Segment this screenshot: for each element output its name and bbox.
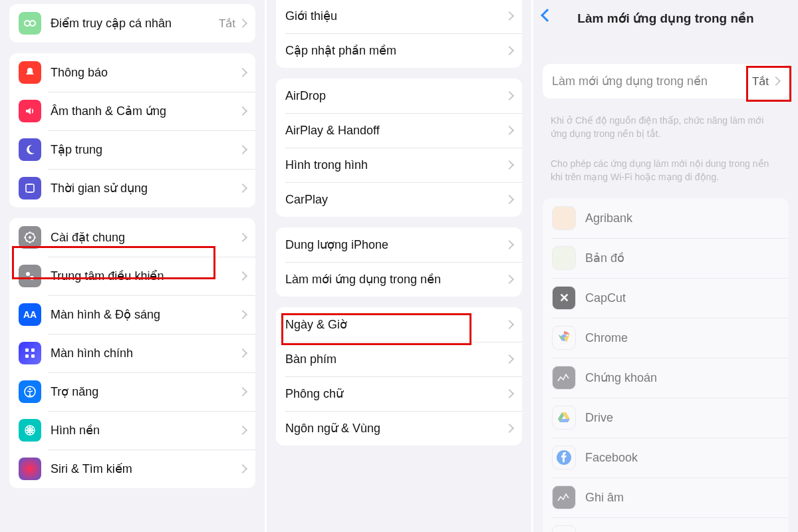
- app-label: Ghi âm: [585, 491, 779, 505]
- row-iphone-storage[interactable]: Dung lượng iPhone: [276, 227, 522, 262]
- row-fonts[interactable]: Phông chữ: [276, 376, 522, 411]
- keyboard-label: Bàn phím: [285, 352, 506, 366]
- row-keyboard[interactable]: Bàn phím: [276, 342, 522, 376]
- display-label: Màn hình & Độ sáng: [51, 307, 239, 322]
- app-label: CapCut: [585, 291, 779, 305]
- wallpaper-label: Hình nền: [51, 423, 239, 438]
- chevron-right-icon: [505, 126, 514, 135]
- row-general[interactable]: Cài đặt chung: [9, 218, 255, 257]
- chevron-right-icon: [505, 354, 514, 364]
- background-refresh-label: Làm mới ứng dụng trong nền: [285, 272, 506, 287]
- chevron-right-icon: [238, 233, 247, 242]
- row-background-refresh[interactable]: Làm mới ứng dụng trong nền: [276, 262, 522, 297]
- row-carplay[interactable]: CarPlay: [276, 182, 522, 217]
- app-icon: [552, 246, 576, 270]
- row-display[interactable]: AA Màn hình & Độ sáng: [9, 295, 255, 334]
- row-bg-refresh-toggle[interactable]: Làm mới ứng dụng trong nền Tắt: [543, 64, 789, 98]
- chevron-right-icon: [505, 240, 514, 249]
- language-label: Ngôn ngữ & Vùng: [285, 421, 506, 436]
- bg-refresh-toggle-label: Làm mới ứng dụng trong nền: [552, 74, 752, 88]
- chevron-right-icon: [238, 426, 247, 435]
- row-focus[interactable]: Tập trung: [9, 130, 255, 169]
- svg-rect-10: [31, 354, 35, 358]
- row-software-update[interactable]: Cập nhật phần mềm: [276, 33, 522, 68]
- row-airplay[interactable]: AirPlay & Handoff: [276, 113, 522, 148]
- chevron-right-icon: [238, 68, 247, 77]
- notifications-label: Thông báo: [51, 66, 239, 80]
- app-icon: [552, 366, 576, 390]
- chevron-right-icon: [505, 11, 514, 21]
- svg-point-1: [30, 21, 35, 26]
- app-row[interactable]: Ghi chú: [543, 517, 789, 532]
- app-row[interactable]: Chứng khoán: [543, 358, 789, 398]
- row-sounds[interactable]: Âm thanh & Cảm ứng: [9, 92, 255, 130]
- app-row[interactable]: Bản đồ: [543, 238, 789, 278]
- chevron-right-icon: [505, 275, 514, 284]
- app-icon: [552, 446, 576, 469]
- row-siri[interactable]: Siri & Tìm kiếm: [9, 450, 255, 488]
- chevron-right-icon: [505, 91, 514, 100]
- fonts-label: Phông chữ: [285, 386, 506, 401]
- accessibility-icon: [19, 380, 41, 403]
- display-icon: AA: [19, 303, 41, 326]
- carplay-label: CarPlay: [285, 193, 506, 207]
- row-notifications[interactable]: Thông báo: [9, 53, 255, 92]
- pip-label: Hình trong hình: [285, 158, 506, 172]
- row-control-center[interactable]: Trung tâm điều khiển: [9, 257, 255, 295]
- app-icon: [552, 206, 576, 230]
- app-label: Agribank: [585, 211, 779, 225]
- home-screen-icon: [19, 342, 41, 364]
- svg-point-12: [29, 388, 31, 390]
- app-row[interactable]: Chrome: [543, 318, 789, 358]
- row-screen-time[interactable]: Thời gian sử dụng: [9, 169, 255, 207]
- app-icon: [552, 485, 576, 509]
- chevron-right-icon: [238, 184, 247, 193]
- home-screen-label: Màn hình chính: [51, 346, 239, 360]
- sound-icon: [19, 100, 41, 122]
- chevron-right-icon: [505, 195, 514, 204]
- row-language[interactable]: Ngôn ngữ & Vùng: [276, 411, 522, 446]
- sounds-label: Âm thanh & Cảm ứng: [51, 104, 239, 118]
- svg-rect-8: [31, 348, 35, 352]
- row-about[interactable]: Giới thiệu: [276, 0, 522, 33]
- focus-label: Tập trung: [51, 142, 239, 157]
- back-button[interactable]: [541, 9, 554, 22]
- app-row[interactable]: ✕CapCut: [543, 278, 789, 318]
- date-time-label: Ngày & Giờ: [285, 317, 506, 332]
- chevron-right-icon: [238, 145, 247, 154]
- app-label: Chứng khoán: [585, 370, 779, 385]
- row-home-screen[interactable]: Màn hình chính: [9, 334, 255, 372]
- general-column: Giới thiệu Cập nhật phần mềm AirDrop Air…: [265, 0, 531, 532]
- svg-point-5: [26, 272, 30, 276]
- app-row[interactable]: Drive: [543, 398, 789, 438]
- app-label: Drive: [585, 411, 779, 425]
- svg-point-0: [25, 21, 30, 26]
- control-center-icon: [19, 265, 41, 287]
- screen-time-icon: [19, 177, 41, 200]
- footer-note-1: Khi ở Chế độ nguồn điện thấp, chức năng …: [533, 109, 798, 143]
- control-center-label: Trung tâm điều khiển: [51, 269, 239, 283]
- airplay-label: AirPlay & Handoff: [285, 124, 506, 138]
- row-wallpaper[interactable]: Hình nền: [9, 411, 255, 450]
- chevron-right-icon: [771, 76, 781, 86]
- row-personal-hotspot[interactable]: Điểm truy cập cá nhân Tắt: [9, 4, 255, 43]
- about-label: Giới thiệu: [285, 9, 506, 23]
- siri-label: Siri & Tìm kiếm: [51, 462, 239, 476]
- nav-header: Làm mới ứng dụng trong nền: [533, 0, 798, 36]
- chevron-right-icon: [505, 46, 514, 55]
- chevron-right-icon: [238, 348, 247, 358]
- app-row[interactable]: Facebook: [543, 438, 789, 477]
- app-label: Facebook: [585, 451, 779, 465]
- svg-point-6: [30, 276, 34, 280]
- chevron-right-icon: [238, 387, 247, 396]
- app-row[interactable]: Agribank: [543, 198, 789, 238]
- accessibility-label: Trợ năng: [51, 384, 239, 399]
- app-row[interactable]: Ghi âm: [543, 477, 789, 517]
- row-accessibility[interactable]: Trợ năng: [9, 372, 255, 411]
- hotspot-icon: [19, 12, 41, 35]
- settings-main-column: Điểm truy cập cá nhân Tắt Thông báo Âm t…: [0, 0, 265, 532]
- row-pip[interactable]: Hình trong hình: [276, 148, 522, 182]
- row-airdrop[interactable]: AirDrop: [276, 78, 522, 113]
- chevron-right-icon: [505, 160, 514, 170]
- row-date-time[interactable]: Ngày & Giờ: [276, 307, 522, 342]
